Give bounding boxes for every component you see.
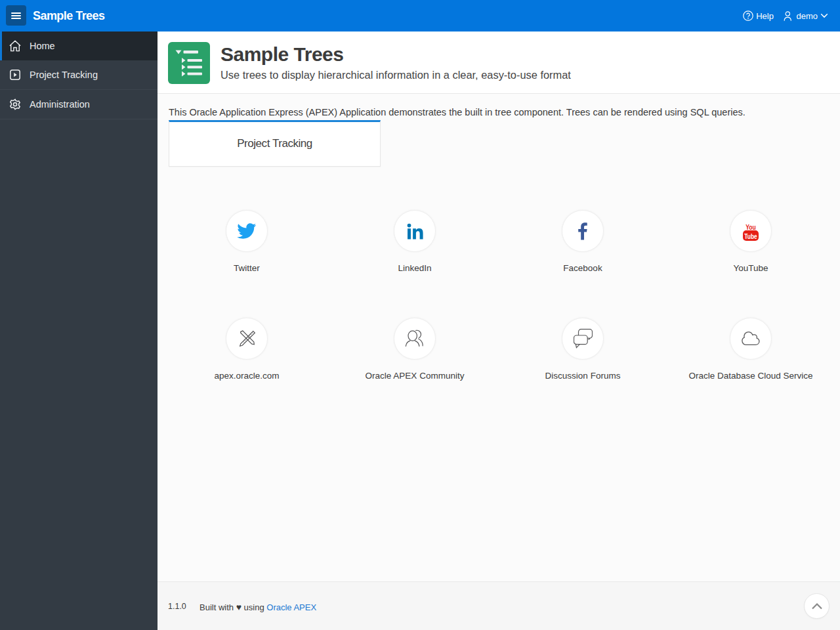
svg-text:Tube: Tube: [744, 232, 757, 240]
svg-text:You: You: [746, 223, 756, 231]
